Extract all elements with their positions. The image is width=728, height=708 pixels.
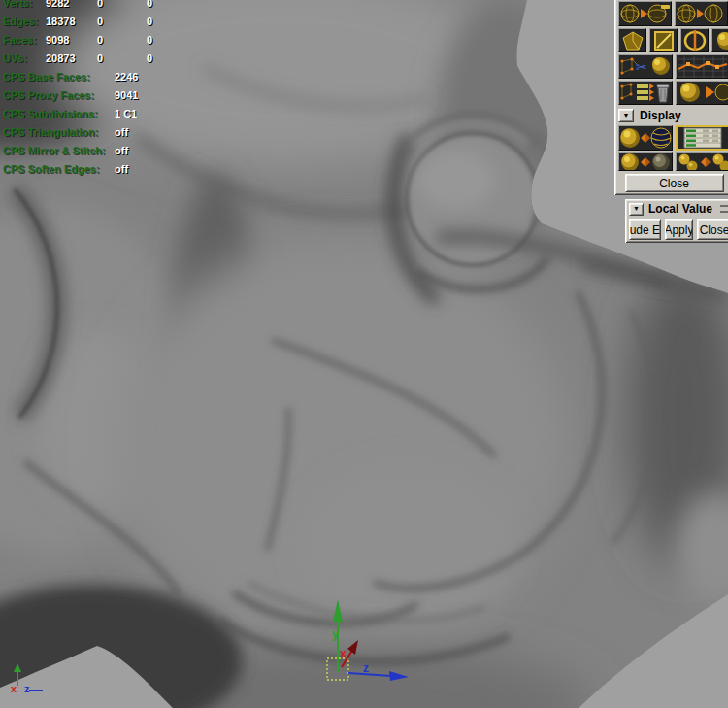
hud-value: 0 bbox=[147, 0, 152, 13]
shelf-button-toggle-shaded-display[interactable] bbox=[618, 152, 673, 171]
hud-value: 0 bbox=[147, 13, 152, 31]
shelf-button-toggle-wireframe-display[interactable] bbox=[618, 125, 673, 151]
local-value-collapse-button[interactable]: ▼ bbox=[629, 203, 644, 216]
window-gadget-icon bbox=[720, 205, 728, 213]
shelf-row-6 bbox=[618, 152, 728, 171]
local-value-titlebar: ▼ Local Value bbox=[629, 201, 728, 217]
hud-label: CPS Mirror & Stitch: bbox=[3, 145, 106, 156]
hud-value: 18378 bbox=[46, 13, 76, 31]
view-axis-y-arrowhead bbox=[14, 663, 21, 672]
x-axis-label: x bbox=[340, 647, 347, 660]
hud-value: 0 bbox=[97, 13, 103, 31]
shelf-button-polyhedron[interactable] bbox=[618, 28, 646, 52]
display-section-header: ▼ Display bbox=[618, 107, 728, 123]
hud-value: 9282 bbox=[46, 0, 69, 13]
hud-label: CPS Subdivisions: bbox=[3, 108, 98, 119]
local-value-title: Local Value bbox=[648, 202, 712, 216]
view-axis-x-label: x bbox=[11, 683, 17, 694]
sphere-arrow-icon bbox=[677, 82, 728, 104]
shelf-button-cut-proxy[interactable]: ✂ bbox=[618, 54, 673, 79]
shelf-button-show-spreadsheet[interactable] bbox=[676, 125, 728, 151]
hud-row-cps-triangulation: CPS Triangulation: off bbox=[3, 123, 255, 142]
hud-row-cps-mirror-stitch: CPS Mirror & Stitch: off bbox=[3, 142, 255, 160]
spreadsheet-icon bbox=[683, 127, 722, 149]
hud-value: 0 bbox=[97, 0, 103, 13]
hud-value: off bbox=[115, 160, 128, 179]
local-value-buttons: ude E Apply Close bbox=[629, 219, 728, 240]
hud-label: Faces: bbox=[3, 34, 37, 46]
shelf-button-sphere[interactable] bbox=[711, 28, 728, 52]
manipulator-x-axis-handle[interactable]: x bbox=[340, 640, 358, 667]
manipulator-y-axis-handle[interactable]: y bbox=[332, 599, 343, 672]
cps-shelf-window: ✂ bbox=[614, 0, 728, 195]
shelf-row-3: ✂ bbox=[618, 54, 728, 79]
sphere-swap-wiresphere-icon bbox=[619, 126, 672, 150]
hud-row-verts: Verts: 9282 0 0 bbox=[3, 0, 255, 13]
hud-stats: Verts: 9282 0 0 Edges: 18378 0 0 Faces: … bbox=[3, 0, 255, 179]
hud-row-edges: Edges: 18378 0 0 bbox=[3, 13, 255, 31]
shelf-row-1 bbox=[618, 1, 728, 26]
extrude-edge-button[interactable]: ude E bbox=[629, 219, 661, 240]
shelf-button-convert-sphere[interactable] bbox=[676, 81, 728, 105]
hud-value: 9098 bbox=[46, 31, 69, 50]
hud-value: 0 bbox=[97, 50, 103, 68]
hud-value: 0 bbox=[97, 31, 103, 50]
shelf-button-mirror-cut[interactable] bbox=[680, 28, 709, 52]
hud-label: CPS Triangulation: bbox=[3, 126, 98, 138]
shelf-row-2 bbox=[618, 28, 728, 52]
view-axis-gizmo: x z bbox=[2, 660, 60, 707]
shelf-close-row: Close bbox=[618, 174, 728, 192]
hud-value: 0 bbox=[147, 50, 152, 68]
hud-row-faces: Faces: 9098 0 0 bbox=[3, 31, 255, 50]
gold-sphere-icon bbox=[715, 30, 728, 51]
manipulator-z-axis-handle[interactable]: z bbox=[348, 661, 409, 681]
shelf-row-5 bbox=[618, 125, 728, 151]
y-axis-label: y bbox=[332, 627, 339, 641]
z-axis-label: z bbox=[363, 661, 369, 675]
sphere-cluster-swap-icon bbox=[677, 153, 728, 171]
shelf-row-4 bbox=[618, 81, 728, 105]
hud-row-cps-subdivisions: CPS Subdivisions: 1 C1 bbox=[3, 105, 255, 123]
sphere-swap-shaded-sphere-icon bbox=[619, 153, 672, 171]
gold-polyhedron-icon bbox=[621, 30, 645, 51]
hud-value: 0 bbox=[147, 31, 152, 50]
hud-label: CPS Base Faces: bbox=[3, 71, 90, 83]
hud-value: 9041 bbox=[115, 86, 138, 105]
circle-split-icon bbox=[683, 30, 707, 51]
points-arrows-trash-icon bbox=[619, 82, 672, 104]
hud-label: Edges: bbox=[3, 16, 39, 27]
apply-button[interactable]: Apply bbox=[665, 219, 693, 240]
hud-value: 1 C1 bbox=[115, 105, 137, 123]
hud-row-cps-proxy-faces: CPS Proxy Faces: 9041 bbox=[3, 86, 255, 105]
shelf-button-split-face[interactable] bbox=[649, 28, 678, 52]
lattice-curve-icon bbox=[677, 55, 728, 78]
view-axis-z-label: z bbox=[24, 683, 30, 694]
display-section-label: Display bbox=[640, 109, 681, 122]
shelf-button-toggle-proxy-display[interactable] bbox=[676, 152, 728, 171]
hud-label: Verts: bbox=[3, 0, 33, 9]
move-manipulator[interactable]: y x z bbox=[291, 583, 427, 699]
hud-label: CPS Proxy Faces: bbox=[3, 89, 94, 101]
shelf-button-edit-lattice[interactable] bbox=[676, 54, 728, 79]
points-scissors-sphere-icon: ✂ bbox=[619, 55, 672, 78]
shelf-button-subdiv-increase[interactable] bbox=[675, 1, 728, 26]
hud-value: 20873 bbox=[46, 50, 76, 68]
shelf-button-delete-history[interactable] bbox=[618, 81, 673, 105]
hud-row-uvs: UVs: 20873 0 0 bbox=[3, 50, 255, 68]
shelf-button-subdiv-decrease[interactable] bbox=[618, 1, 672, 26]
maya-viewport: Verts: 9282 0 0 Edges: 18378 0 0 Faces: … bbox=[0, 0, 728, 708]
wire-sphere-arrow-sphere-minus-icon bbox=[619, 2, 671, 25]
hud-row-cps-soften-edges: CPS Soften Edges: off bbox=[3, 160, 255, 179]
close-button[interactable]: Close bbox=[697, 219, 728, 240]
wire-sphere-arrow-sphere-icon bbox=[676, 2, 727, 25]
local-value-window: ▼ Local Value ude E Apply Close bbox=[625, 199, 728, 243]
shelf-close-button[interactable]: Close bbox=[625, 174, 724, 192]
hud-value: 2246 bbox=[115, 68, 138, 86]
svg-text:✂: ✂ bbox=[636, 59, 647, 75]
hud-label: CPS Soften Edges: bbox=[3, 163, 100, 175]
hud-row-cps-base-faces: CPS Base Faces: 2246 bbox=[3, 68, 255, 86]
square-diagonal-icon bbox=[653, 30, 675, 51]
hud-value: off bbox=[115, 142, 128, 160]
hud-value: off bbox=[115, 123, 128, 142]
display-collapse-button[interactable]: ▼ bbox=[618, 109, 634, 122]
